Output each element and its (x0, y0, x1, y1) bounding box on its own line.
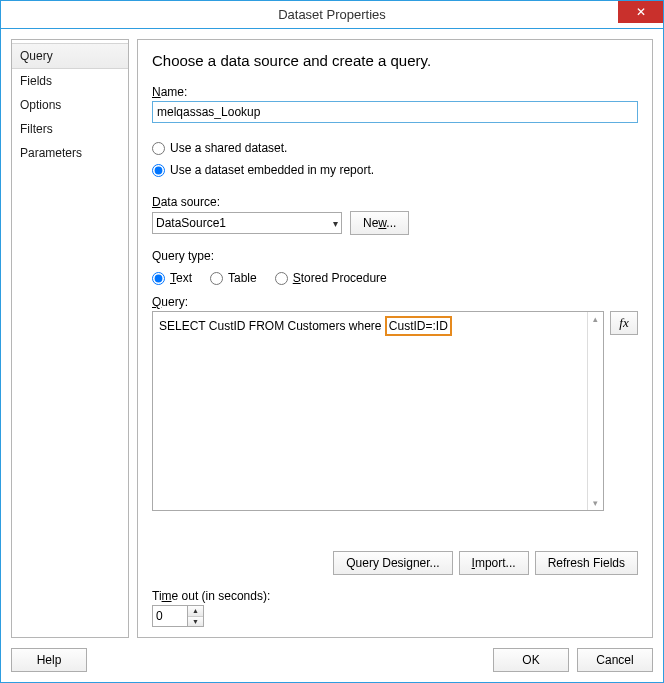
querytype-sp[interactable]: Stored Procedure (275, 271, 387, 285)
query-designer-button[interactable]: Query Designer... (333, 551, 452, 575)
querytype-text-input[interactable] (152, 272, 165, 285)
sidebar-item-parameters[interactable]: Parameters (12, 141, 128, 165)
sidebar-item-label: Options (20, 98, 61, 112)
query-label: Query: (152, 295, 638, 309)
new-datasource-button[interactable]: New... (350, 211, 409, 235)
chevron-down-icon: ▾ (333, 218, 338, 229)
query-text-highlight: CustID=:ID (385, 316, 452, 336)
sidebar-item-options[interactable]: Options (12, 93, 128, 117)
timeout-spinner[interactable]: ▲ ▼ (152, 605, 204, 627)
titlebar: Dataset Properties ✕ (1, 1, 663, 29)
query-textarea[interactable]: SELECT CustID FROM Customers where CustI… (152, 311, 604, 511)
dialog-body: Query Fields Options Filters Parameters … (1, 29, 663, 682)
cancel-button[interactable]: Cancel (577, 648, 653, 672)
timeout-label: Time out (in seconds): (152, 589, 638, 603)
refresh-fields-button[interactable]: Refresh Fields (535, 551, 638, 575)
sidebar-item-label: Filters (20, 122, 53, 136)
querytype-sp-input[interactable] (275, 272, 288, 285)
sidebar-item-fields[interactable]: Fields (12, 69, 128, 93)
datasource-dropdown[interactable]: DataSource1 ▾ (152, 212, 342, 234)
dialog-footer: Help OK Cancel (11, 648, 653, 672)
name-label: Name: (152, 85, 638, 99)
sidebar-item-label: Parameters (20, 146, 82, 160)
sidebar-item-filters[interactable]: Filters (12, 117, 128, 141)
datasource-label: Data source: (152, 195, 638, 209)
name-input[interactable] (152, 101, 638, 123)
window-title: Dataset Properties (1, 7, 663, 22)
import-button[interactable]: Import... (459, 551, 529, 575)
querytype-table[interactable]: Table (210, 271, 257, 285)
radio-shared-input[interactable] (152, 142, 165, 155)
radio-embedded-input[interactable] (152, 164, 165, 177)
sidebar-item-label: Query (20, 49, 53, 63)
page-headline: Choose a data source and create a query. (152, 52, 638, 69)
sidebar-item-query[interactable]: Query (12, 43, 128, 69)
sidebar: Query Fields Options Filters Parameters (11, 39, 129, 638)
querytype-table-input[interactable] (210, 272, 223, 285)
query-text-pre: SELECT CustID FROM Customers where (159, 319, 382, 333)
datasource-value: DataSource1 (156, 216, 226, 230)
querytype-text-label: Text (170, 271, 192, 285)
querytype-table-label: Table (228, 271, 257, 285)
timeout-input[interactable] (153, 606, 187, 626)
querytype-label: Query type: (152, 249, 638, 263)
close-button[interactable]: ✕ (618, 1, 663, 23)
dialog-window: Dataset Properties ✕ Query Fields Option… (0, 0, 664, 683)
close-icon: ✕ (636, 5, 646, 19)
radio-shared-dataset[interactable]: Use a shared dataset. (152, 141, 638, 155)
main-panel: Choose a data source and create a query.… (137, 39, 653, 638)
radio-shared-label: Use a shared dataset. (170, 141, 287, 155)
querytype-sp-label: Stored Procedure (293, 271, 387, 285)
expression-button[interactable]: fx (610, 311, 638, 335)
spin-down-icon[interactable]: ▼ (188, 617, 203, 627)
querytype-text[interactable]: Text (152, 271, 192, 285)
scroll-up-icon: ▴ (593, 314, 598, 324)
scroll-down-icon: ▾ (593, 498, 598, 508)
radio-embedded-dataset[interactable]: Use a dataset embedded in my report. (152, 163, 638, 177)
radio-embedded-label: Use a dataset embedded in my report. (170, 163, 374, 177)
scrollbar[interactable]: ▴ ▾ (587, 312, 603, 510)
help-button[interactable]: Help (11, 648, 87, 672)
spin-up-icon[interactable]: ▲ (188, 606, 203, 617)
sidebar-item-label: Fields (20, 74, 52, 88)
ok-button[interactable]: OK (493, 648, 569, 672)
query-content: SELECT CustID FROM Customers where CustI… (153, 312, 587, 510)
